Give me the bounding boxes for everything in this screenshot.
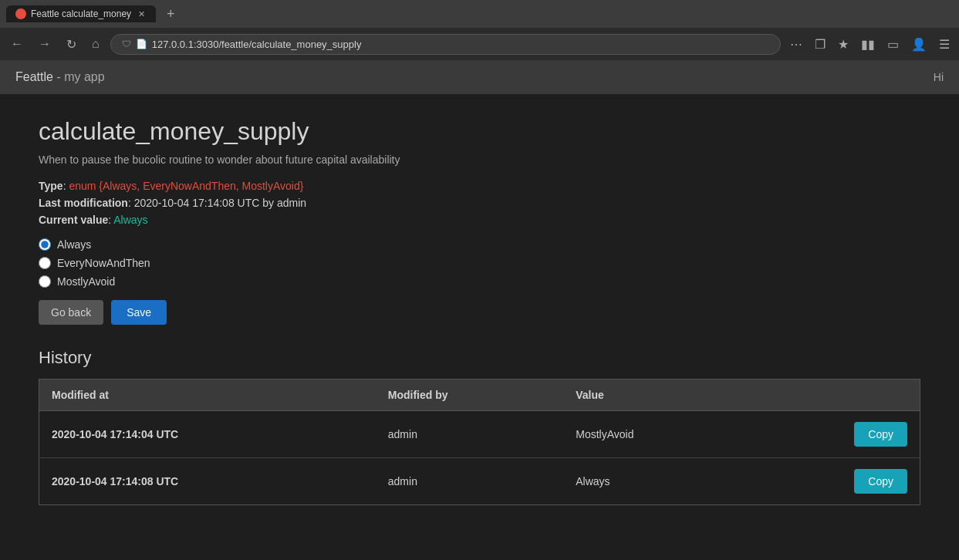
type-value: enum {Always, EveryNowAndThen, MostlyAvo… xyxy=(69,180,303,192)
radio-group: Always EveryNowAndThen MostlyAvoid xyxy=(39,238,920,288)
last-modification-value: 2020-10-04 17:14:08 UTC by admin xyxy=(134,197,306,209)
type-info: Type: enum {Always, EveryNowAndThen, Mos… xyxy=(39,180,920,192)
current-value-label: Current value xyxy=(39,214,108,226)
modified-at-cell: 2020-10-04 17:14:04 UTC xyxy=(39,411,376,458)
main-content: calculate_money_supply When to pause the… xyxy=(0,94,959,528)
radio-always[interactable] xyxy=(39,238,51,251)
save-button[interactable]: Save xyxy=(111,300,167,325)
col-value: Value xyxy=(563,380,747,411)
history-header-row: Modified at Modified by Value xyxy=(39,380,920,411)
more-button[interactable]: ⋯ xyxy=(787,35,805,53)
current-value-info: Current value: Always xyxy=(39,214,920,226)
go-back-button[interactable]: Go back xyxy=(39,300,103,325)
forward-button[interactable]: → xyxy=(34,35,56,52)
modified-by-cell: admin xyxy=(376,411,563,458)
app-header: Feattle - my app Hi xyxy=(0,60,959,94)
split-view-icon[interactable]: ▭ xyxy=(884,35,902,53)
modified-at-cell: 2020-10-04 17:14:08 UTC xyxy=(39,458,376,505)
pocket-icon[interactable]: ❐ xyxy=(812,35,829,53)
back-button[interactable]: ← xyxy=(6,35,28,52)
home-button[interactable]: ⌂ xyxy=(87,35,104,52)
page-title: calculate_money_supply xyxy=(39,117,920,146)
browser-chrome: Feattle calculate_money ✕ + ← → ↻ ⌂ 🛡 📄 … xyxy=(0,0,959,60)
type-kind: enum xyxy=(69,180,96,192)
copy-cell: Copy xyxy=(747,411,920,458)
header-dash: - xyxy=(53,70,64,83)
extensions-icon[interactable]: ▮▮ xyxy=(858,35,878,53)
current-value: Always xyxy=(113,214,147,226)
page-description: When to pause the bucolic routine to won… xyxy=(39,153,920,166)
value-cell: Always xyxy=(563,458,747,505)
button-group: Go back Save xyxy=(39,300,920,325)
copy-button-2[interactable]: Copy xyxy=(854,469,907,494)
tab-close-button[interactable]: ✕ xyxy=(136,8,147,19)
new-tab-button[interactable]: + xyxy=(162,6,180,22)
reload-button[interactable]: ↻ xyxy=(62,35,81,53)
type-values: {Always, EveryNowAndThen, MostlyAvoid} xyxy=(99,180,303,192)
browser-toolbar: ← → ↻ ⌂ 🛡 📄 127.0.0.1:3030/feattle/calcu… xyxy=(0,28,959,60)
page-icon: 📄 xyxy=(136,39,147,49)
history-title: History xyxy=(39,348,920,368)
app-name: Feattle xyxy=(15,70,53,83)
greeting-text: Hi xyxy=(934,71,944,83)
type-label: Type xyxy=(39,180,63,192)
radio-everynowandthen-label: EveryNowAndThen xyxy=(57,257,150,269)
radio-mostlyavoid-label: MostlyAvoid xyxy=(57,275,115,288)
radio-always-label: Always xyxy=(57,238,91,251)
menu-icon[interactable]: ☰ xyxy=(936,35,953,53)
copy-button-1[interactable]: Copy xyxy=(854,422,907,447)
app-subtitle: my app xyxy=(64,70,104,83)
last-modification-label: Last modification xyxy=(39,197,128,209)
tab-favicon xyxy=(15,8,26,19)
col-actions xyxy=(747,380,920,411)
bookmark-icon[interactable]: ★ xyxy=(835,35,852,53)
browser-tab[interactable]: Feattle calculate_money ✕ xyxy=(6,5,156,22)
history-table-body: 2020-10-04 17:14:04 UTC admin MostlyAvoi… xyxy=(39,411,920,505)
history-table: Modified at Modified by Value 2020-10-04… xyxy=(39,379,920,505)
copy-cell: Copy xyxy=(747,458,920,505)
history-table-header: Modified at Modified by Value xyxy=(39,380,920,411)
table-row: 2020-10-04 17:14:08 UTC admin Always Cop… xyxy=(39,458,920,505)
url-text: 127.0.0.1:3030/feattle/calculate_money_s… xyxy=(152,39,362,50)
toolbar-actions: ⋯ ❐ ★ ▮▮ ▭ 👤 ☰ xyxy=(787,35,953,53)
address-bar[interactable]: 🛡 📄 127.0.0.1:3030/feattle/calculate_mon… xyxy=(110,34,781,55)
account-icon[interactable]: 👤 xyxy=(908,35,930,53)
tab-title: Feattle calculate_money xyxy=(31,8,131,19)
col-modified-by: Modified by xyxy=(376,380,563,411)
radio-item-always[interactable]: Always xyxy=(39,238,920,251)
radio-item-everynowandthen[interactable]: EveryNowAndThen xyxy=(39,257,920,269)
app-title: Feattle - my app xyxy=(15,70,105,84)
modified-by-cell: admin xyxy=(376,458,563,505)
radio-item-mostlyavoid[interactable]: MostlyAvoid xyxy=(39,275,920,288)
radio-everynowandthen[interactable] xyxy=(39,257,51,269)
radio-mostlyavoid[interactable] xyxy=(39,275,51,288)
table-row: 2020-10-04 17:14:04 UTC admin MostlyAvoi… xyxy=(39,411,920,458)
value-cell: MostlyAvoid xyxy=(563,411,747,458)
security-icon: 🛡 xyxy=(122,39,131,49)
col-modified-at: Modified at xyxy=(39,380,376,411)
last-modification-info: Last modification: 2020-10-04 17:14:08 U… xyxy=(39,197,920,209)
browser-titlebar: Feattle calculate_money ✕ + xyxy=(0,0,959,28)
